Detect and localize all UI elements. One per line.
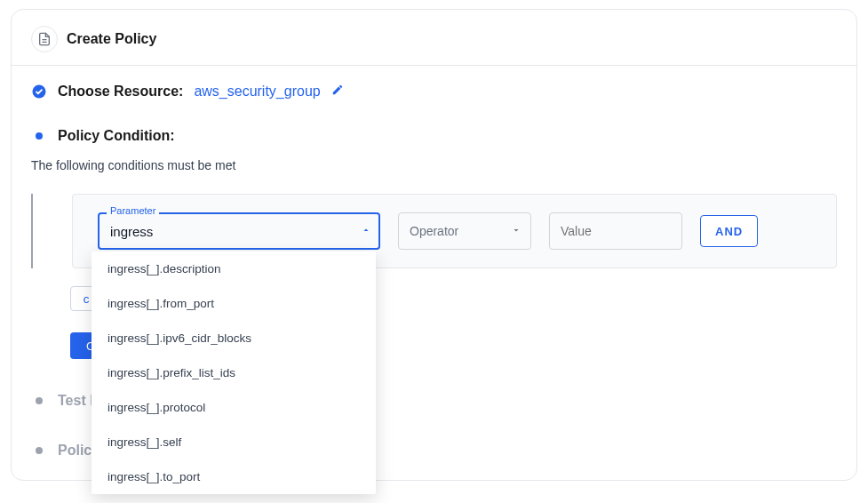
value-input[interactable] bbox=[549, 212, 682, 250]
resource-link[interactable]: aws_security_group bbox=[194, 84, 320, 100]
dropdown-option[interactable]: ingress[_].prefix_list_ids bbox=[92, 355, 376, 390]
create-policy-card: Create Policy Choose Resource: aws_secur… bbox=[11, 9, 857, 481]
parameter-input[interactable] bbox=[98, 212, 380, 250]
choose-resource-label: Choose Resource: bbox=[58, 84, 183, 100]
dropdown-option[interactable]: ingress[_].from_port bbox=[92, 286, 376, 321]
dropdown-option[interactable]: ingress[_].protocol bbox=[92, 390, 376, 425]
card-header: Create Policy bbox=[12, 26, 856, 66]
edit-icon[interactable] bbox=[331, 84, 344, 100]
parameter-dropdown[interactable]: ingress[_].description ingress[_].from_p… bbox=[92, 252, 376, 494]
bullet-icon bbox=[31, 393, 47, 409]
document-icon bbox=[31, 26, 58, 52]
step-policy-condition: Policy Condition: bbox=[12, 105, 856, 144]
caret-down-icon bbox=[511, 224, 522, 238]
dropdown-option[interactable]: ingress[_].to_port bbox=[92, 459, 376, 494]
parameter-floating-label: Parameter bbox=[107, 205, 159, 216]
operator-select[interactable]: Operator bbox=[398, 212, 531, 250]
bullet-icon bbox=[31, 443, 47, 459]
policy-condition-label: Policy Condition: bbox=[58, 128, 175, 144]
condition-hint: The following conditions must be met bbox=[12, 149, 856, 172]
bullet-icon bbox=[31, 128, 47, 144]
dropdown-option[interactable]: ingress[_].description bbox=[92, 252, 376, 286]
check-icon bbox=[31, 84, 47, 100]
dropdown-option[interactable]: ingress[_].self bbox=[92, 425, 376, 459]
and-button[interactable]: AND bbox=[700, 215, 758, 247]
step-choose-resource: Choose Resource: aws_security_group bbox=[12, 66, 856, 100]
parameter-combobox[interactable]: Parameter bbox=[98, 212, 380, 250]
operator-placeholder: Operator bbox=[410, 224, 458, 238]
dropdown-option[interactable]: ingress[_].ipv6_cidr_blocks bbox=[92, 321, 376, 355]
page-title: Create Policy bbox=[67, 31, 156, 47]
